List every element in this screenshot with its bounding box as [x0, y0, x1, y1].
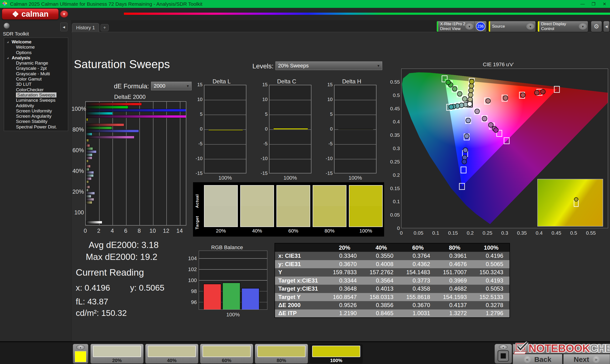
sidebar-item-dynamic-range[interactable]: Dynamic Range	[4, 61, 68, 66]
de-bar-100-red	[86, 221, 102, 224]
meter-dropdown[interactable]: X-Rite i1Pro 2 Direct View ▼ 236	[437, 21, 487, 32]
de-formula-select[interactable]: 2000 ▼	[151, 82, 192, 90]
y-tick-label: 0	[194, 126, 203, 132]
sidebar-item-welcome[interactable]: Welcome	[4, 45, 68, 50]
de-formula-label: dE Formula:	[108, 83, 149, 90]
sidebar-item-options[interactable]: Options	[4, 50, 68, 55]
sidebar-item-label: Dynamic Range	[16, 61, 48, 65]
tab-history-1[interactable]: History 1	[72, 23, 99, 32]
cell-value: 0.3344	[326, 277, 363, 285]
sidebar-item-spectral-power-dist-[interactable]: Spectral Power Dist.	[4, 124, 68, 130]
calman-menu-button[interactable]: ❖ calman	[2, 9, 59, 20]
table-header-80%: 80%	[436, 243, 473, 252]
cell-value: 0.3670	[326, 260, 363, 269]
current-x-value: x: 0.4196	[76, 283, 110, 293]
cell-value: 0.4137	[436, 301, 473, 310]
cell-value: 1.0031	[400, 310, 436, 318]
y-tick-label: 0	[388, 225, 400, 231]
sidebar-item-colorchecker[interactable]: ColorChecker	[4, 87, 68, 92]
levels-value: 20% Sweeps	[278, 63, 309, 69]
current-cdm2-value: cd/m²: 150.32	[76, 308, 127, 318]
close-button[interactable]: ✕	[599, 0, 610, 8]
cell-value: 0.3550	[363, 252, 400, 260]
bottom-pattern-strip: ▲ 20%40%60%80%100% ▲ ▤▶❏∞⟳· « Back Next …	[0, 341, 610, 364]
de-bar-80%-magenta	[86, 136, 134, 139]
panel-collapse-button[interactable]: ◀	[603, 21, 610, 32]
pattern-tile-80%[interactable]: 80%	[255, 344, 308, 364]
delta_l-x-label: 100%	[204, 175, 247, 181]
settings-button[interactable]: ⚙	[591, 21, 602, 32]
tree-group-welcome[interactable]: ◢Welcome	[4, 39, 68, 45]
sidebar-sphere-button[interactable]	[4, 23, 10, 29]
measured-marker-cyan-100pct	[449, 104, 454, 109]
pattern-mini-tile[interactable]: ▲	[73, 344, 88, 364]
tile-label: 100%	[310, 358, 363, 363]
cell-value: 0.5053	[473, 285, 510, 293]
minimize-button[interactable]: —	[577, 0, 588, 8]
measurement-table: 20%40%60%80%100%x: CIE310.33400.35500.37…	[274, 243, 510, 318]
x-tick-label: 0	[80, 228, 90, 234]
group-label: 60%	[71, 147, 84, 154]
max-de2000-stat: Max dE2000: 19.2	[86, 252, 157, 262]
next-chevron-icon: »	[593, 356, 600, 363]
sidebar-item-screen-uniformity[interactable]: Screen Uniformity	[4, 108, 68, 114]
cell-value: 0.9526	[326, 301, 363, 310]
measured-marker-magenta-60pct	[489, 122, 493, 127]
gridline	[199, 280, 267, 281]
gridline	[139, 102, 140, 225]
up-arrow-icon[interactable]: ▲	[499, 345, 507, 350]
swatch-label: 40%	[240, 228, 274, 234]
tree-group-analysis[interactable]: ◢Analysis	[4, 55, 68, 61]
sidebar-collapse-button[interactable]: ◀	[60, 23, 67, 31]
sidebar: ◀ SDR Toolkit ◢WelcomeWelcomeOptions◢Ana…	[0, 20, 71, 342]
sidebar-item-grayscale-multi[interactable]: Grayscale - Multi	[4, 71, 68, 77]
gridline	[166, 102, 167, 225]
measured-marker-red-100pct	[541, 89, 545, 94]
collapse-left-icon: ◀	[605, 25, 608, 28]
sidebar-item-additivity[interactable]: Additivity	[4, 103, 68, 108]
sidebar-item-luminance-sweeps[interactable]: Luminance Sweeps	[4, 98, 68, 103]
calman-menu-dropdown-icon[interactable]: ▼	[60, 11, 68, 18]
x-tick-label: 0.4	[532, 230, 546, 236]
sidebar-item-label: Screen Uniformity	[16, 108, 52, 113]
cell-value: 0.4682	[436, 285, 473, 293]
measured-marker-red-60pct	[520, 93, 525, 97]
levels-select[interactable]: 20% Sweeps ▼	[275, 62, 382, 70]
back-button[interactable]: « Back	[513, 354, 562, 364]
y-tick-label: -5	[259, 141, 268, 146]
sidebar-item-label: Grayscale - Multi	[16, 71, 50, 76]
next-button[interactable]: Next »	[563, 354, 610, 364]
inset-measured-marker	[574, 197, 578, 201]
pattern-tile-20%[interactable]: 20%	[91, 344, 143, 364]
delta-h-chart: Delta H151050-5-10-15100%	[324, 78, 380, 183]
cell-value: 157.2762	[363, 268, 400, 277]
source-dropdown[interactable]: Source ▼	[489, 21, 536, 32]
pattern-tile-60%[interactable]: 60%	[200, 344, 253, 364]
sidebar-item-screen-angularity[interactable]: Screen Angularity	[4, 114, 68, 119]
sidebar-item-screen-stability[interactable]: Screen Stability	[4, 119, 68, 124]
sidebar-item-color-gamut[interactable]: Color Gamut	[4, 77, 68, 82]
stop-pattern-button[interactable]	[497, 350, 509, 362]
cell-value: 0.3856	[363, 301, 400, 310]
pattern-tile-40%[interactable]: 40%	[145, 344, 198, 364]
y-tick-label: 0.35	[388, 132, 400, 138]
x-tick-label: 2	[94, 228, 104, 234]
measured-marker-green-20pct	[462, 96, 467, 101]
display-control-dropdown[interactable]: Direct Display Control ▼	[538, 21, 588, 32]
pattern-tile-100%[interactable]: 100%	[310, 344, 363, 364]
sidebar-item-grayscale-2pt[interactable]: Grayscale - 2pt	[4, 66, 68, 71]
add-tab-button[interactable]: +	[101, 24, 109, 31]
gridline	[205, 144, 246, 145]
cell-value: 0.4362	[400, 260, 436, 269]
maximize-button[interactable]: ❐	[588, 0, 599, 8]
sidebar-item-saturation-sweeps[interactable]: Saturation Sweeps	[4, 92, 68, 98]
y-tick-label: 0.45	[388, 106, 400, 112]
sidebar-item-3d-lut[interactable]: 3D LUT	[4, 82, 68, 87]
target-color	[205, 206, 237, 227]
rgb-x-label: 100%	[199, 312, 267, 318]
y-tick-label: 5	[259, 112, 268, 117]
current-fl-value: fL: 43.87	[76, 297, 108, 306]
sweep-swatch-20%	[204, 185, 238, 227]
up-arrow-icon[interactable]: ▲	[76, 345, 85, 350]
y-tick-label: -10	[259, 156, 268, 161]
